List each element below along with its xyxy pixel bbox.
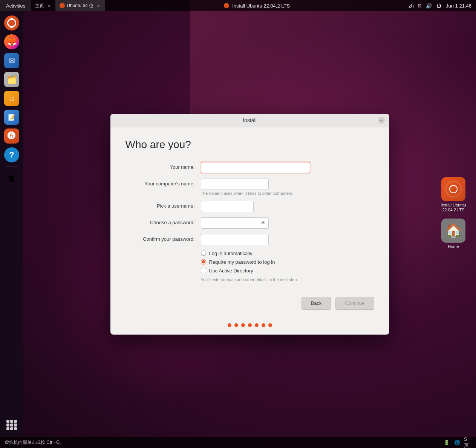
music-icon: ♫ — [4, 91, 19, 106]
active-directory-label: Use Active Directory — [209, 268, 253, 274]
bottombar-right: 🔋 🌐 S英 — [443, 439, 471, 446]
name-label: Your name: — [126, 162, 201, 170]
computer-name-input[interactable] — [201, 179, 269, 190]
dialog-titlebar: Install − — [110, 114, 389, 127]
progress-dot-3 — [241, 323, 245, 327]
dialog-minimize-button[interactable]: − — [378, 117, 385, 124]
password-input[interactable] — [201, 217, 269, 229]
password-field-wrap: 👁 — [201, 217, 374, 229]
bottombar-hint: 虚拟机内部单击或按 Ctrl+G。 — [5, 439, 64, 446]
sidebar: 🦊 ✉ 🗂️ ♫ 📝 🅐 ? 🗑 — [0, 11, 23, 437]
ubuntu-logo-inner — [7, 18, 16, 28]
active-directory-checkbox[interactable] — [201, 268, 206, 273]
sidebar-item-firefox[interactable]: 🦊 — [3, 33, 20, 50]
appstore-icon: 🅐 — [4, 128, 19, 144]
grid-dot — [10, 424, 13, 427]
sidebar-item-help[interactable]: ? — [3, 146, 20, 164]
firefox-icon: 🦊 — [4, 34, 19, 49]
progress-dot-6 — [262, 323, 265, 327]
username-input[interactable] — [201, 201, 254, 212]
tray-icon-1[interactable]: 🔋 — [443, 439, 450, 446]
sidebar-item-mail[interactable]: ✉ — [3, 52, 20, 69]
install-dialog: Install − Who are you? Your name: Your c… — [110, 114, 389, 335]
volume-icon[interactable]: 🔊 — [426, 3, 432, 9]
ubuntu-tab-label: Ubuntu 64 位 — [67, 3, 93, 9]
topbar-right: zh ⎘ 🔊 ⏻ Jun 1 21:46 — [409, 3, 476, 9]
language-indicator[interactable]: zh — [409, 3, 414, 9]
grid-dot — [14, 424, 17, 427]
trash-icon: 🗑 — [4, 171, 19, 186]
form-row-confirm-password: Confirm your password: — [126, 234, 374, 245]
grid-dot — [10, 420, 13, 423]
home-tab-close[interactable]: ✕ — [46, 3, 52, 8]
password-wrap: 👁 — [201, 217, 269, 229]
password-label: Choose a password: — [126, 217, 201, 225]
username-label: Pick a username: — [126, 201, 201, 209]
help-icon: ? — [4, 147, 19, 162]
grid-icon — [4, 417, 19, 433]
radio-row-auto-login: Log in automatically — [201, 251, 374, 256]
dialog-heading: Who are you? — [126, 139, 374, 151]
progress-dot-5 — [255, 323, 259, 327]
progress-dots — [110, 317, 389, 335]
grid-dots — [6, 420, 17, 430]
tab-home[interactable]: 主页 ✕ — [31, 0, 56, 11]
install-title: Install Ubuntu 22.04.2 LTS — [232, 3, 290, 9]
topbar-center: Install Ubuntu 22.04.2 LTS — [105, 3, 409, 9]
sidebar-item-writer[interactable]: 📝 — [3, 109, 20, 126]
ubuntu-tab-icon — [60, 3, 65, 8]
confirm-password-input[interactable] — [201, 234, 269, 245]
tab-ubuntu[interactable]: Ubuntu 64 位 ✕ — [56, 0, 105, 11]
grid-dot — [6, 424, 9, 427]
activities-button[interactable]: Activities — [0, 0, 31, 11]
files-icon: 🗂️ — [4, 72, 19, 87]
grid-dot — [6, 427, 9, 430]
auto-login-label: Log in automatically — [209, 251, 253, 256]
continue-button[interactable]: Continue — [335, 297, 374, 310]
confirm-password-field-wrap — [201, 234, 374, 245]
tray-icon-3[interactable]: S英 — [464, 439, 471, 446]
mail-icon: ✉ — [4, 53, 19, 68]
topbar: Activities 主页 ✕ Ubuntu 64 位 ✕ Install Ub… — [0, 0, 476, 11]
progress-dot-1 — [228, 323, 231, 327]
grid-dot — [10, 427, 13, 430]
password-eye-icon[interactable]: 👁 — [260, 220, 266, 226]
active-directory-hint: You'll enter domain and other details in… — [201, 277, 374, 282]
ubuntu-tab-close[interactable]: ✕ — [96, 3, 101, 8]
form-row-username: Pick a username: — [126, 201, 374, 212]
checkbox-row-active-directory: Use Active Directory — [201, 268, 374, 274]
power-icon[interactable]: ⏻ — [436, 3, 441, 9]
sidebar-item-ubuntu-installer[interactable] — [3, 14, 20, 32]
network-icon[interactable]: ⎘ — [418, 3, 421, 9]
dialog-overlay: Install − Who are you? Your name: Your c… — [23, 11, 476, 437]
writer-icon: 📝 — [4, 110, 19, 125]
require-password-label: Require my password to log in — [209, 259, 275, 265]
progress-dot-7 — [268, 323, 272, 327]
name-field-wrap — [201, 162, 374, 173]
require-password-radio[interactable] — [201, 259, 206, 265]
sidebar-item-files[interactable]: 🗂️ — [3, 71, 20, 88]
confirm-password-label: Confirm your password: — [126, 234, 201, 242]
sidebar-item-appstore[interactable]: 🅐 — [3, 127, 20, 145]
computer-name-field-wrap: The name it uses when it talks to other … — [201, 179, 374, 196]
sidebar-divider — [6, 167, 17, 167]
computer-name-label: Your computer's name: — [126, 179, 201, 187]
install-icon — [224, 3, 229, 8]
name-input[interactable] — [201, 162, 310, 173]
form-row-computer-name: Your computer's name: The name it uses w… — [126, 179, 374, 196]
auto-login-radio[interactable] — [201, 251, 206, 256]
sidebar-item-trash[interactable]: 🗑 — [3, 170, 20, 187]
sidebar-item-music[interactable]: ♫ — [3, 90, 20, 107]
sidebar-item-show-apps[interactable] — [3, 416, 20, 434]
grid-dot — [14, 420, 17, 423]
back-button[interactable]: Back — [302, 297, 331, 310]
grid-dot — [14, 427, 17, 430]
ubuntu-logo-icon — [4, 15, 19, 31]
dialog-body: Who are you? Your name: Your computer's … — [110, 127, 389, 289]
grid-dot — [6, 420, 9, 423]
dialog-title: Install — [243, 117, 257, 123]
radio-row-require-password: Require my password to log in — [201, 259, 374, 265]
tray-icon-2[interactable]: 🌐 — [453, 439, 461, 446]
progress-dot-2 — [234, 323, 238, 327]
radio-group: Log in automatically Require my password… — [201, 251, 374, 274]
